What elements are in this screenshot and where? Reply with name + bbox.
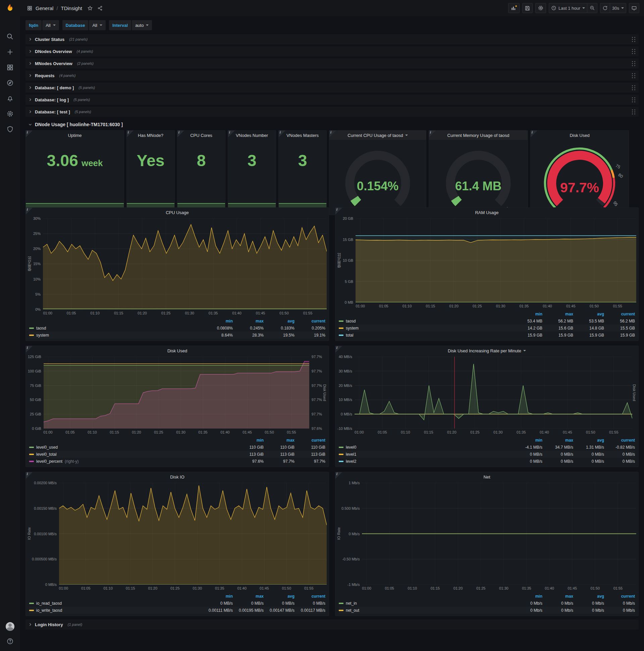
panel-title[interactable]: Has MNode? (127, 130, 174, 140)
chart-plot[interactable] (356, 218, 636, 302)
legend-series-label[interactable]: io_read_taosd (29, 601, 202, 606)
share-icon[interactable] (97, 5, 103, 11)
legend-column-header[interactable]: current (604, 312, 635, 316)
panel-info-icon[interactable]: i (335, 346, 342, 353)
legend-series-label[interactable]: taosd (339, 319, 512, 323)
panel-info-icon[interactable]: i (530, 130, 537, 137)
add-panel-button[interactable] (508, 3, 520, 13)
panel-info-icon[interactable]: i (429, 130, 436, 137)
legend-series-label[interactable]: net_in (339, 601, 512, 606)
chart-plot[interactable] (59, 483, 327, 585)
panel-info-icon[interactable]: i (26, 130, 33, 137)
panel-info-icon[interactable]: i (335, 472, 342, 479)
panel-info-icon[interactable]: i (279, 130, 285, 137)
panel-info-icon[interactable]: i (329, 130, 336, 137)
panel-title[interactable]: CPU Cores (178, 130, 225, 140)
row-drag-handle-icon[interactable] (632, 61, 635, 66)
grafana-logo-icon[interactable] (0, 0, 20, 16)
refresh-interval-select[interactable]: 30s (610, 3, 626, 13)
panel-title[interactable]: VNodes Masters (279, 130, 326, 140)
zoom-out-time-button[interactable] (587, 3, 598, 13)
legend-column-header[interactable]: max (233, 594, 264, 599)
user-avatar[interactable] (6, 622, 14, 631)
row-drag-handle-icon[interactable] (632, 85, 635, 90)
legend-column-header[interactable]: current (604, 438, 635, 443)
legend-column-header[interactable]: max (542, 438, 573, 443)
chart-plot[interactable] (43, 218, 327, 309)
dashboard-row[interactable]: Database: [ test ] (5 panels) (26, 107, 639, 117)
explore-compass-icon[interactable] (4, 78, 16, 88)
legend-column-header[interactable]: min (512, 594, 542, 599)
refresh-button[interactable] (600, 3, 610, 13)
legend-column-header[interactable]: min (202, 319, 233, 323)
panel-title[interactable]: Current Memory Usage of taosd (429, 130, 527, 140)
breadcrumb-section[interactable]: General (36, 5, 53, 11)
legend-column-header[interactable]: avg (573, 438, 604, 443)
panel-info-icon[interactable]: i (26, 208, 33, 214)
row-drag-handle-icon[interactable] (632, 37, 635, 42)
dashboard-settings-button[interactable] (535, 3, 546, 13)
legend-column-header[interactable]: avg (264, 594, 294, 599)
panel-info-icon[interactable]: i (26, 346, 33, 353)
cycle-view-button[interactable] (629, 3, 639, 13)
legend-series-label[interactable]: level0_total (29, 452, 233, 457)
row-drag-handle-icon[interactable] (632, 49, 635, 54)
alerting-bell-icon[interactable] (4, 93, 16, 103)
legend-column-header[interactable]: avg (573, 312, 604, 316)
variable-select-fqdn[interactable]: All (42, 20, 59, 30)
dashboard-row[interactable]: Requests (4 panels) (26, 70, 639, 81)
legend-column-header[interactable]: avg (573, 594, 604, 599)
legend-series-label[interactable]: total (339, 333, 512, 338)
legend-column-header[interactable]: current (604, 594, 635, 599)
chart-plot[interactable] (355, 357, 632, 429)
chart-plot[interactable] (43, 357, 309, 429)
panel-title[interactable]: RAM Usage (335, 208, 638, 217)
panel-title[interactable]: Disk IO (26, 472, 329, 482)
panel-info-icon[interactable]: i (335, 208, 342, 214)
dashboard-row[interactable]: MNodes Overview (2 panels) (26, 58, 639, 68)
legend-column-header[interactable]: avg (264, 319, 294, 323)
legend-column-header[interactable]: min (233, 438, 264, 443)
row-login-history[interactable]: Login History (1 panel) (26, 619, 639, 629)
row-dnode-usage[interactable]: DNode Usage [ huolinhe-TM1701:6030 ] (26, 119, 639, 130)
panel-info-icon[interactable]: i (127, 130, 133, 137)
variable-select-database[interactable]: All (89, 20, 105, 30)
breadcrumb-page-title[interactable]: TDinsight (61, 5, 82, 11)
save-dashboard-button[interactable] (522, 3, 533, 13)
time-range-picker[interactable]: Last 1 hour (549, 3, 587, 13)
panel-title[interactable]: Disk Used (530, 130, 629, 140)
legend-column-header[interactable]: min (512, 312, 542, 316)
legend-series-label[interactable]: system (339, 326, 512, 331)
legend-column-header[interactable]: max (542, 312, 573, 316)
star-icon[interactable] (87, 5, 93, 11)
legend-series-label[interactable]: level0 (339, 445, 512, 450)
panel-title[interactable]: Disk Used Increasing Rate per Minute (335, 346, 638, 355)
search-icon[interactable] (4, 32, 16, 41)
legend-series-label[interactable]: taosd (29, 326, 202, 331)
dashboard-row[interactable]: DNodes Overview (4 panels) (26, 46, 639, 56)
panel-title[interactable]: Disk Used (26, 346, 329, 355)
legend-column-header[interactable]: current (294, 319, 325, 323)
legend-column-header[interactable]: max (542, 594, 573, 599)
legend-column-header[interactable]: min (202, 594, 233, 599)
dashboard-row[interactable]: Database: [ demo ] (5 panels) (26, 83, 639, 93)
dashboards-icon[interactable] (4, 62, 16, 72)
legend-series-label[interactable]: level2 (339, 459, 512, 464)
panel-title[interactable]: Uptime (26, 130, 124, 140)
legend-series-label[interactable]: level0_percent (right-y) (29, 459, 233, 464)
row-drag-handle-icon[interactable] (632, 110, 635, 115)
variable-select-interval[interactable]: auto (132, 20, 152, 30)
row-drag-handle-icon[interactable] (632, 97, 635, 102)
panel-info-icon[interactable]: i (228, 130, 235, 137)
panel-info-icon[interactable]: i (178, 130, 184, 137)
panel-title[interactable]: Current CPU Usage of taosd (329, 130, 426, 140)
legend-column-header[interactable]: current (294, 438, 325, 443)
panel-title[interactable]: Net (335, 472, 638, 482)
legend-series-label[interactable]: io_write_taosd (29, 608, 202, 613)
help-icon[interactable] (4, 636, 16, 646)
legend-series-label[interactable]: level0_used (29, 445, 233, 450)
dashboard-row[interactable]: Database: [ log ] (5 panels) (26, 95, 639, 105)
create-plus-icon[interactable] (4, 47, 16, 57)
chart-plot[interactable] (362, 483, 636, 585)
panel-title[interactable]: CPU Usage (26, 208, 329, 217)
